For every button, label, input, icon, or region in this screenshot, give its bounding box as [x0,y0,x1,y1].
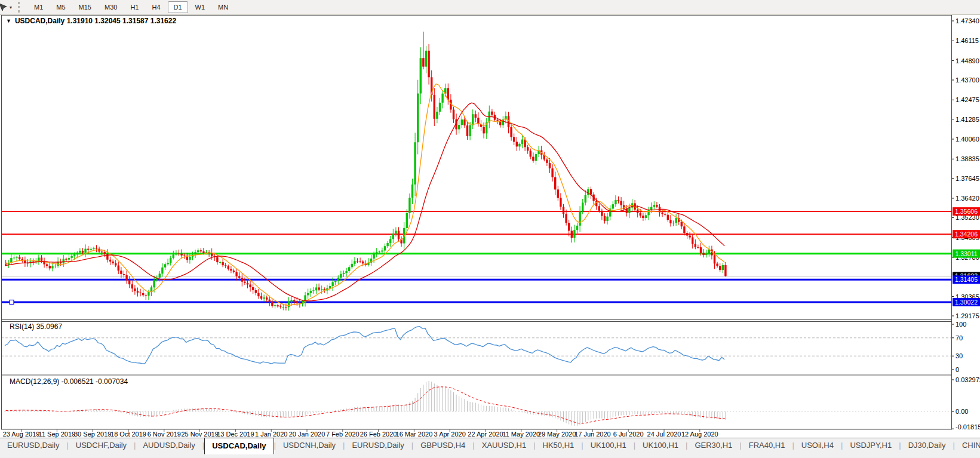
chart-outer-border [2,16,952,430]
date-axis-label: 11 Sep 2019 [39,431,76,438]
svg-text:1.31405: 1.31405 [955,276,978,283]
chart-tab-fra40-h1[interactable]: FRA40,H1 [742,438,792,453]
rsi-axis-label: 30 [956,352,963,359]
timeframe-button-m15[interactable]: M15 [73,1,97,13]
date-axis-label: 18 Oct 2019 [110,431,146,438]
price-axis-label: 1.46115 [956,37,979,44]
pane-borders [1,16,952,430]
price-axis-label: 1.42475 [956,96,979,103]
horizontal-lines-layer[interactable] [1,211,951,304]
chart-tab-audusd-daily[interactable]: AUDUSD,Daily [136,438,202,453]
date-axis-label: 29 May 2020 [538,431,576,438]
svg-text:1.33011: 1.33011 [955,250,977,257]
timeframe-button-d1[interactable]: D1 [168,1,188,13]
date-axis-label: 20 Jan 2020 [289,431,325,438]
price-axis-label: 1.41285 [956,116,979,123]
date-axis-label: 1 Jan 2020 [255,431,287,438]
timeframe-button-h4[interactable]: H4 [146,1,166,13]
chart-tab-usdjpy-h1[interactable]: USDJPY,H1 [843,438,899,453]
timeframe-button-m5[interactable]: M5 [50,1,71,13]
date-axis: 23 Aug 201911 Sep 201930 Sep 201918 Oct … [3,429,718,438]
svg-text:1.34206: 1.34206 [955,230,978,238]
date-axis-label: 17 Jun 2020 [575,431,611,438]
date-axis-label: 6 Nov 2019 [148,431,181,438]
macd-indicator-label: MACD(12,26,9) -0.006521 -0.007034 [10,377,128,386]
symbol-tab-bar: EURUSD,Daily|USDCHF,Daily|AUDUSD,Daily|U… [0,438,980,458]
date-axis-label: 30 Sep 2019 [74,431,111,438]
ma-8-line [5,84,724,306]
price-axis-label: 1.40060 [956,136,979,143]
date-axis-label: 16 Mar 2020 [396,431,433,438]
rsi-indicator-label: RSI(14) 35.0967 [10,322,62,331]
macd-axis-label: -0.018154 [956,423,980,431]
chart-symbol-label: USDCAD,Daily [15,17,64,25]
tool-dropdown-icon[interactable]: ▾ [8,5,16,10]
chart-window[interactable]: 1.473401.461151.448901.437001.424751.412… [0,15,980,438]
date-axis-label: 3 Apr 2020 [434,431,466,438]
moving-averages-layer [5,84,724,306]
chart-tab-hk50-h1[interactable]: HK50,H1 [536,438,582,453]
date-axis-label: 11 May 2020 [502,431,540,438]
date-axis-label: 25 Nov 2019 [181,431,218,438]
rsi-line [5,327,724,364]
chart-tab-xauusd-h1[interactable]: XAUUSD,H1 [475,438,533,453]
rsi-axis-label: 70 [956,334,963,342]
toolbar-grip [18,2,24,13]
macd-axis-label: 0.032972 [956,376,980,383]
chart-ohlc-values: 1.31910 1.32045 1.31587 1.31622 [67,17,177,25]
chart-tab-ger30-h1[interactable]: GER30,H1 [687,438,739,453]
date-axis-label: 6 Jul 2020 [613,431,644,438]
chart-tab-usoil-h4[interactable]: USOil,H4 [794,438,841,453]
timeframe-button-m30[interactable]: M30 [99,1,123,13]
chart-tab-gbpusd-h4[interactable]: GBPUSD,H4 [413,438,472,453]
date-axis-label: 23 Aug 2019 [3,431,40,438]
chart-tab-china300-h1[interactable]: CHINA300,H1 [955,438,980,453]
svg-text:1.35606: 1.35606 [955,208,978,215]
chart-tab-uk100-h1[interactable]: UK100,H1 [635,438,686,453]
chart-menu-icon[interactable]: ▼ [6,18,11,24]
chart-tab-usdcad-daily[interactable]: USDCAD,Daily [204,438,274,454]
rsi-pane: 10070300 [1,321,966,373]
macd-pane: 0.0329720.00-0.018154 [1,376,980,431]
macd-signal-line [6,387,726,423]
price-axis-label: 1.37645 [956,175,979,182]
chart-tab-dj30-daily[interactable]: DJ30,Daily [901,438,953,453]
chart-tab-eurusd-daily[interactable]: EURUSD,Daily [345,438,411,453]
price-axis-label: 1.47340 [956,17,979,24]
hline-selection-marker[interactable] [10,300,14,304]
date-axis-label: 24 Jul 2020 [647,431,681,438]
date-axis-label: 12 Aug 2020 [681,431,718,438]
price-axis-label: 1.44890 [956,57,979,64]
timeframe-button-mn[interactable]: MN [212,1,234,13]
timeframe-button-h1[interactable]: H1 [124,1,145,13]
line-tool-icon[interactable] [0,2,8,12]
price-axis-label: 1.43700 [956,76,979,84]
price-axis-label: 1.29175 [956,312,979,319]
date-axis-label: 22 Apr 2020 [468,431,503,438]
date-axis-label: 7 Feb 2020 [326,431,360,438]
chart-tab-uk100-h1[interactable]: UK100,H1 [583,438,634,453]
timeframe-button-m1[interactable]: M1 [28,1,49,13]
candles-layer [5,32,727,311]
rsi-axis-label: 100 [956,321,966,328]
chart-title: ▼USDCAD,Daily 1.31910 1.32045 1.31587 1.… [6,17,176,25]
timeframe-button-w1[interactable]: W1 [189,1,211,13]
chart-tab-usdcnh-daily[interactable]: USDCNH,Daily [276,438,343,453]
rsi-axis-label: 0 [956,366,959,373]
price-axis: 1.473401.461151.448901.437001.424751.412… [951,17,980,319]
date-axis-label: 13 Dec 2019 [217,431,254,438]
date-axis-label: 26 Feb 2020 [360,431,397,438]
svg-text:1.30022: 1.30022 [955,299,978,306]
chart-canvas[interactable]: 1.473401.461151.448901.437001.424751.412… [0,15,980,438]
macd-axis-label: 0.00 [956,408,968,415]
price-axis-label: 1.38835 [956,155,979,162]
chart-tab-usdchf-daily[interactable]: USDCHF,Daily [69,438,134,453]
top-toolbar: ▾ M1M5M15M30H1H4D1W1MN [0,0,980,15]
price-axis-label: 1.36420 [956,195,979,202]
chart-tab-eurusd-daily[interactable]: EURUSD,Daily [0,438,66,453]
